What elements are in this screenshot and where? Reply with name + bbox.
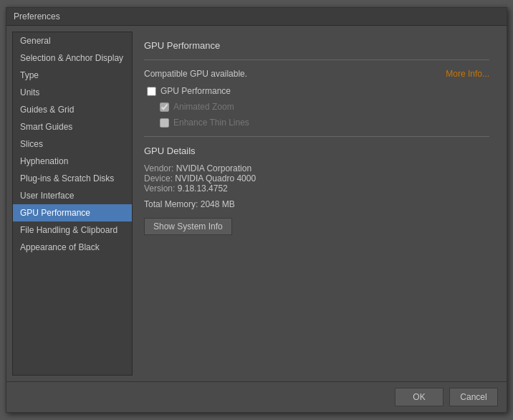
vendor-value: NVIDIA Corporation <box>176 163 251 173</box>
gpu-status-row: Compatible GPU available. More Info... <box>144 69 489 79</box>
title-bar: Preferences <box>6 8 507 26</box>
sidebar-item-slices[interactable]: Slices <box>13 135 132 153</box>
ok-button[interactable]: OK <box>395 388 444 406</box>
enhance-thin-lines-checkbox[interactable] <box>160 118 169 128</box>
vendor-label: Vendor: <box>144 163 173 173</box>
total-memory-label: Total Memory: <box>144 199 198 209</box>
sidebar-item-plugins-scratch[interactable]: Plug-ins & Scratch Disks <box>13 170 132 187</box>
version-value: 9.18.13.4752 <box>178 183 228 194</box>
gpu-status-text: Compatible GPU available. <box>144 69 247 79</box>
sidebar-item-smart-guides[interactable]: Smart Guides <box>13 118 132 135</box>
sidebar-item-user-interface[interactable]: User Interface <box>13 187 132 204</box>
sidebar-item-appearance-black[interactable]: Appearance of Black <box>13 239 132 256</box>
main-panel: GPU Performance Compatible GPU available… <box>133 32 501 376</box>
cancel-button[interactable]: Cancel <box>449 388 498 406</box>
device-value: NVIDIA Quadro 4000 <box>175 173 256 183</box>
total-memory-value: 2048 MB <box>201 199 235 209</box>
device-label: Device: <box>144 173 173 183</box>
show-system-info-button[interactable]: Show System Info <box>144 218 232 235</box>
sidebar-item-type[interactable]: Type <box>13 67 132 84</box>
more-info-link[interactable]: More Info... <box>446 69 489 79</box>
gpu-performance-label: GPU Performance <box>160 86 231 96</box>
animated-zoom-checkbox[interactable] <box>160 102 169 112</box>
sidebar-item-guides-grid[interactable]: Guides & Grid <box>13 101 132 118</box>
divider-middle <box>144 136 489 137</box>
sidebar-item-units[interactable]: Units <box>13 84 132 101</box>
section-title: GPU Performance <box>144 40 489 51</box>
divider-top <box>144 59 489 60</box>
enhance-thin-lines-label: Enhance Thin Lines <box>173 118 249 128</box>
vendor-row: Vendor: NVIDIA Corporation <box>144 163 489 173</box>
gpu-performance-checkbox[interactable] <box>147 87 156 96</box>
sidebar-item-selection-anchor[interactable]: Selection & Anchor Display <box>13 49 132 67</box>
gpu-details-title: GPU Details <box>144 145 489 156</box>
sidebar-item-hyphenation[interactable]: Hyphenation <box>13 153 132 170</box>
gpu-performance-row: GPU Performance <box>144 86 489 96</box>
total-memory-row: Total Memory: 2048 MB <box>144 199 489 209</box>
footer: OK Cancel <box>6 381 507 412</box>
sidebar-item-general[interactable]: General <box>13 32 132 49</box>
preferences-dialog: Preferences General Selection & Anchor D… <box>6 7 507 413</box>
sidebar-item-file-handling[interactable]: File Handling & Clipboard <box>13 221 132 239</box>
sidebar-item-gpu-performance[interactable]: GPU Performance <box>13 204 132 221</box>
dialog-title: Preferences <box>14 11 60 22</box>
version-row: Version: 9.18.13.4752 <box>144 183 489 194</box>
version-label: Version: <box>144 183 175 194</box>
content-area: General Selection & Anchor Display Type … <box>6 26 507 381</box>
enhance-thin-lines-row: Enhance Thin Lines <box>144 118 489 128</box>
animated-zoom-label: Animated Zoom <box>173 102 234 112</box>
sidebar: General Selection & Anchor Display Type … <box>12 32 133 376</box>
animated-zoom-row: Animated Zoom <box>144 102 489 112</box>
device-row: Device: NVIDIA Quadro 4000 <box>144 173 489 183</box>
